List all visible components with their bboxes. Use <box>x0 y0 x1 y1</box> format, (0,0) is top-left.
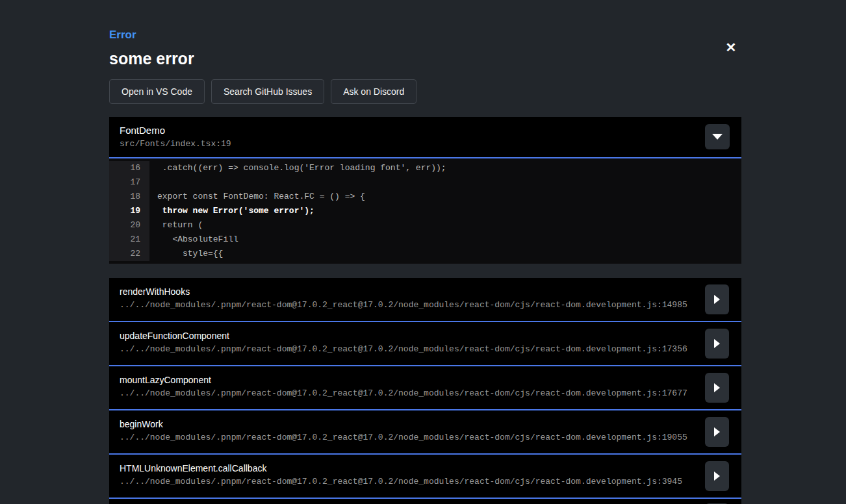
expand-frame-button[interactable] <box>705 284 729 314</box>
code-line-text: return ( <box>149 218 741 233</box>
chevron-right-icon <box>714 339 720 348</box>
stack-frame-row: HTMLUnknownElement.callCallback ../../no… <box>109 455 741 499</box>
stack-frame-name: updateFunctionComponent <box>120 330 696 342</box>
open-in-vscode-button[interactable]: Open in VS Code <box>109 79 205 104</box>
line-number: 19 <box>109 204 149 218</box>
chevron-right-icon <box>714 472 720 481</box>
line-number: 22 <box>109 247 149 261</box>
line-number: 17 <box>109 175 149 190</box>
collapse-frame-button[interactable] <box>705 124 730 149</box>
stack-frame-row: renderWithHooks ../../node_modules/.pnpm… <box>109 278 741 322</box>
line-number: 16 <box>109 161 149 175</box>
code-line: 21 <AbsoluteFill <box>109 233 741 247</box>
code-line-text: export const FontDemo: React.FC = () => … <box>149 190 741 204</box>
chevron-right-icon <box>714 427 720 436</box>
stack-frame-row: updateFunctionComponent ../../node_modul… <box>109 322 741 366</box>
ask-on-discord-button[interactable]: Ask on Discord <box>331 79 417 104</box>
code-line: 20 return ( <box>109 218 741 233</box>
error-kicker: Error <box>109 29 741 42</box>
code-line-text: style={{ <box>149 247 741 261</box>
code-snippet: 16 .catch((err) => console.log('Error lo… <box>109 158 741 264</box>
code-line: 16 .catch((err) => console.log('Error lo… <box>109 161 741 175</box>
error-message-title: some error <box>109 49 741 68</box>
line-number: 18 <box>109 190 149 204</box>
chevron-down-icon <box>712 134 723 140</box>
code-line-text <box>149 175 741 190</box>
stack-frame-name: renderWithHooks <box>120 286 696 297</box>
stack-frame-path: ../../node_modules/.pnpm/react-dom@17.0.… <box>120 344 696 355</box>
stack-frame-row-partial <box>109 499 741 504</box>
main-frame-header: FontDemo src/Fonts/index.tsx:19 <box>109 117 741 158</box>
expand-frame-button[interactable] <box>705 373 729 403</box>
chevron-right-icon <box>714 383 720 392</box>
code-line: 18 export const FontDemo: React.FC = () … <box>109 190 741 204</box>
action-button-row: Open in VS Code Search GitHub Issues Ask… <box>109 79 741 104</box>
frame-function-name: FontDemo <box>120 125 731 136</box>
stack-frame-name: mountLazyComponent <box>120 374 696 386</box>
stack-frame-path: ../../node_modules/.pnpm/react-dom@17.0.… <box>120 388 696 399</box>
stack-frame-name: beginWork <box>120 418 696 430</box>
stack-frame-row: mountLazyComponent ../../node_modules/.p… <box>109 366 741 410</box>
code-line: 22 style={{ <box>109 247 741 261</box>
code-line-text: <AbsoluteFill <box>149 233 741 247</box>
code-line: 17 <box>109 175 741 190</box>
expand-frame-button[interactable] <box>705 329 729 359</box>
code-line-text: throw new Error('some error'); <box>149 204 741 218</box>
frame-source-location: src/Fonts/index.tsx:19 <box>120 139 731 149</box>
stack-trace-list: renderWithHooks ../../node_modules/.pnpm… <box>109 278 741 504</box>
stack-frame-path: ../../node_modules/.pnpm/react-dom@17.0.… <box>120 477 696 487</box>
error-overlay: Error some error Open in VS Code Search … <box>109 0 741 504</box>
expand-frame-button[interactable] <box>705 417 729 447</box>
stack-frame-path: ../../node_modules/.pnpm/react-dom@17.0.… <box>120 300 696 310</box>
line-number: 21 <box>109 233 149 247</box>
stack-frame-row: beginWork ../../node_modules/.pnpm/react… <box>109 410 741 455</box>
code-line-text: .catch((err) => console.log('Error loadi… <box>149 161 741 175</box>
search-github-issues-button[interactable]: Search GitHub Issues <box>211 79 324 104</box>
expand-frame-button[interactable] <box>705 461 729 491</box>
code-line-highlighted: 19 throw new Error('some error'); <box>109 204 741 218</box>
stack-frame-name: HTMLUnknownElement.callCallback <box>120 462 696 474</box>
chevron-right-icon <box>714 295 720 304</box>
line-number: 20 <box>109 218 149 233</box>
stack-frame-path: ../../node_modules/.pnpm/react-dom@17.0.… <box>120 433 696 443</box>
main-stack-frame-card: FontDemo src/Fonts/index.tsx:19 16 .catc… <box>109 117 741 264</box>
